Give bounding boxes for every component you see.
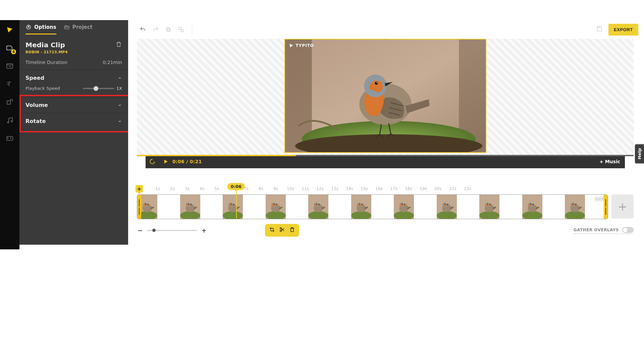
- rail-media-icon[interactable]: 4: [5, 43, 15, 53]
- section-rotate: Rotate: [19, 113, 128, 129]
- svg-rect-2: [7, 101, 10, 104]
- chevron-down-icon: [117, 119, 122, 124]
- rail-captions-icon[interactable]: [5, 133, 15, 143]
- playback-bar-wrap: 0:06 / 0:21 + Music: [137, 155, 634, 168]
- tab-project[interactable]: Project: [64, 24, 93, 35]
- help-tab[interactable]: Help: [635, 144, 644, 163]
- zoom-slider[interactable]: [147, 230, 197, 231]
- svg-point-40: [231, 204, 231, 204]
- top-toolbar: EXPORT: [128, 20, 642, 39]
- section-volume: Volume: [19, 97, 128, 113]
- svg-rect-8: [167, 28, 170, 32]
- playback-speed-slider[interactable]: [83, 88, 114, 89]
- preview-image: [285, 40, 486, 152]
- ruler-tick: 15s: [357, 186, 372, 191]
- svg-point-20: [375, 82, 378, 85]
- ruler-tick: 13s: [327, 186, 342, 191]
- layers-button[interactable]: [176, 25, 186, 34]
- svg-point-55: [359, 204, 360, 204]
- svg-rect-1: [7, 64, 13, 68]
- ruler-tick: 11s: [298, 186, 313, 191]
- zoom-in-button[interactable]: +: [201, 227, 207, 234]
- media-count-badge: 4: [11, 49, 16, 54]
- crop-tool[interactable]: [269, 227, 275, 234]
- main-area: EXPORT: [128, 20, 642, 245]
- gather-overlays-toggle[interactable]: GATHER OVERLAYS: [574, 227, 634, 234]
- section-volume-toggle[interactable]: Volume: [19, 97, 128, 113]
- ruler-tick: 3s: [180, 186, 195, 191]
- delete-clip-button[interactable]: [115, 41, 122, 49]
- play-button[interactable]: [159, 158, 172, 165]
- section-rotate-toggle[interactable]: Rotate: [19, 113, 128, 129]
- playhead-label: 0:06: [227, 183, 245, 190]
- zoom-out-button[interactable]: −: [137, 227, 144, 234]
- clip-thumbnail: [351, 195, 394, 219]
- clip-filename: ROBIN - 21723.MP4: [25, 50, 68, 54]
- delete-tool[interactable]: [289, 227, 295, 234]
- rail-music-icon[interactable]: [5, 115, 15, 125]
- duplicate-button[interactable]: [164, 25, 173, 34]
- options-panel: Options Project Media Clip ROBIN - 21723…: [19, 20, 128, 245]
- restart-button[interactable]: [146, 158, 159, 165]
- svg-point-21: [376, 82, 377, 83]
- redo-button[interactable]: [151, 25, 160, 34]
- timeline-zoom: − +: [137, 227, 207, 234]
- duration-label: Timeline Duration: [25, 60, 67, 65]
- video-frame[interactable]: TYPITO Replace: [284, 39, 486, 153]
- clip-thumbnails: [137, 195, 608, 219]
- undo-button[interactable]: [138, 25, 148, 34]
- clip-thumbnail: [180, 195, 223, 219]
- export-button[interactable]: EXPORT: [608, 24, 638, 36]
- svg-point-35: [188, 204, 189, 204]
- add-music-button[interactable]: + Music: [599, 159, 620, 164]
- preview-canvas: TYPITO Replace: [137, 39, 634, 155]
- rail-logo-icon[interactable]: [5, 25, 15, 35]
- svg-point-75: [530, 204, 531, 204]
- clip-thumbnail: [522, 195, 565, 219]
- rail-elements-icon[interactable]: [5, 97, 15, 107]
- time-total: 0:21: [190, 159, 202, 164]
- duration-value: 0:21min: [103, 60, 122, 65]
- clip-thumbnail: [437, 195, 480, 219]
- panel-tabs: Options Project: [19, 20, 128, 35]
- left-rail: 4: [0, 20, 19, 249]
- clip-trim-left[interactable]: [137, 195, 141, 219]
- progress-fill: [137, 155, 296, 156]
- watermark-text: TYPITO: [296, 43, 314, 48]
- tab-options[interactable]: Options: [25, 24, 56, 35]
- rail-template-icon[interactable]: [5, 61, 15, 71]
- ruler-tick: 16s: [372, 186, 386, 191]
- ruler-tick: 19s: [416, 186, 431, 191]
- time-current: 0:06: [172, 159, 184, 164]
- section-volume-title: Volume: [25, 102, 48, 108]
- svg-point-50: [316, 204, 317, 204]
- section-speed-title: Speed: [25, 75, 44, 81]
- playback-speed-label: Playback Speed: [25, 86, 60, 91]
- ruler-tick: 5s: [209, 186, 224, 191]
- timeline-add-marker[interactable]: +: [136, 185, 143, 192]
- svg-point-4: [11, 121, 12, 122]
- rail-text-icon[interactable]: [5, 79, 15, 89]
- ruler-tick: 18s: [401, 186, 416, 191]
- section-speed: Speed Playback Speed 1X: [19, 70, 128, 97]
- svg-marker-22: [289, 44, 293, 48]
- add-clip-button[interactable]: +: [611, 194, 634, 219]
- timeline-tools: [265, 224, 299, 237]
- toggle-switch[interactable]: [622, 227, 634, 233]
- clip-thumbnail: [394, 195, 437, 219]
- timeline-clip[interactable]: 0:21: [137, 194, 608, 219]
- svg-rect-12: [598, 26, 600, 28]
- section-speed-toggle[interactable]: Speed: [19, 70, 128, 86]
- clip-trim-right[interactable]: [604, 195, 608, 219]
- ruler-tick: 17s: [386, 186, 401, 191]
- svg-point-45: [273, 204, 274, 204]
- ruler-tick: 4s: [195, 186, 209, 191]
- timeline-playhead[interactable]: 0:06: [236, 183, 254, 219]
- tab-project-label: Project: [72, 24, 93, 30]
- svg-point-70: [487, 204, 488, 204]
- svg-point-60: [402, 204, 402, 204]
- svg-point-65: [445, 204, 445, 204]
- ruler-tick: 20s: [431, 186, 445, 191]
- section-rotate-title: Rotate: [25, 118, 46, 124]
- split-tool[interactable]: [279, 227, 285, 234]
